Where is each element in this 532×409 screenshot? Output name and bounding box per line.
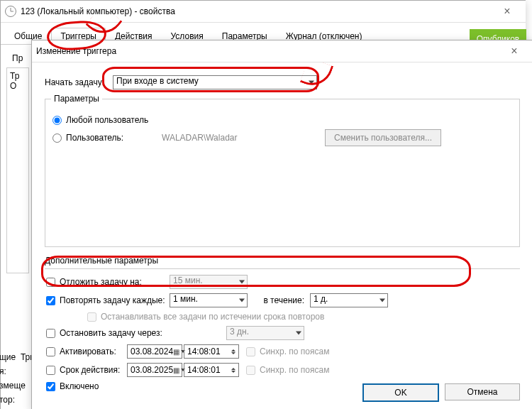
begin-task-label: Начать задачу: — [45, 77, 113, 87]
repeat-stop-check — [87, 312, 96, 322]
begin-task-value: При входе в систему — [116, 76, 199, 86]
calendar-icon: ▦ — [173, 366, 179, 374]
enabled-checkbox[interactable]: Включено — [45, 381, 99, 391]
close-icon[interactable]: × — [493, 1, 521, 22]
activate-sync: Синхр. по поясам — [245, 347, 329, 356]
spinner-icon — [231, 368, 235, 373]
expire-sync: Синхр. по поясам — [245, 365, 329, 375]
dialog-title: Изменение триггера — [36, 40, 116, 62]
chevron-down-icon — [296, 332, 301, 335]
stop-after-combo: 3 дн. — [226, 326, 304, 340]
repeat-for-combo[interactable]: 1 д. — [310, 293, 388, 307]
dialog-titlebar: Изменение триггера × — [32, 40, 532, 62]
parameters-fieldset: Параметры Любой пользователь Пользовател… — [45, 94, 520, 247]
ok-button[interactable]: OK — [362, 383, 439, 402]
advanced-header: Дополнительные параметры — [45, 256, 520, 269]
begin-task-combo[interactable]: При входе в систему — [113, 75, 317, 89]
activate-checkbox[interactable]: Активировать: — [45, 347, 127, 356]
stop-after-checkbox[interactable]: Остановить задачу через: — [45, 328, 226, 338]
repeat-check[interactable] — [46, 296, 55, 305]
parent-title: 123 (Локальный компьютер) - свойства — [21, 1, 175, 22]
repeat-every-combo[interactable]: 1 мин. — [170, 293, 248, 307]
stop-after-check[interactable] — [46, 329, 55, 338]
enabled-check[interactable] — [46, 382, 55, 391]
parameters-legend: Параметры — [51, 94, 102, 104]
expire-check[interactable] — [46, 366, 55, 375]
delay-check[interactable] — [46, 278, 55, 287]
user-value: WALADAR\Waladar — [162, 133, 325, 143]
radio-specific-user[interactable]: Пользователь: — [51, 133, 162, 143]
repeat-for-label: в течение: — [248, 295, 310, 305]
chevron-down-icon — [239, 299, 245, 302]
edit-trigger-dialog: Изменение триггера × Начать задачу: При … — [31, 40, 532, 409]
cancel-button[interactable]: Отмена — [445, 383, 520, 400]
activate-check[interactable] — [46, 347, 55, 356]
radio-any-user-input[interactable] — [52, 116, 62, 125]
expire-checkbox[interactable]: Срок действия: — [45, 365, 127, 375]
change-user-button: Сменить пользователя... — [325, 129, 441, 146]
delay-combo: 15 мин. — [170, 275, 248, 289]
repeat-checkbox[interactable]: Повторять задачу каждые: — [45, 295, 170, 305]
repeat-stop-checkbox: Останавливать все задачи по истечении ср… — [86, 312, 324, 322]
delay-checkbox[interactable]: Отложить задачу на: — [45, 277, 170, 287]
dialog-footer: OK Отмена — [362, 383, 520, 402]
radio-any-user[interactable]: Любой пользователь — [51, 115, 148, 125]
chevron-down-icon — [239, 280, 245, 284]
activate-date[interactable]: 03.08.2024▦ — [127, 344, 182, 359]
spinner-icon — [231, 349, 235, 354]
activate-time[interactable]: 14:08:01 — [184, 344, 239, 359]
calendar-icon: ▦ — [173, 348, 179, 356]
triggers-list-frame: ТрО — [6, 67, 29, 273]
radio-user-input[interactable] — [52, 133, 62, 143]
chevron-down-icon — [309, 81, 314, 84]
close-icon[interactable]: × — [500, 40, 528, 62]
expire-time[interactable]: 14:08:01 — [184, 363, 239, 377]
task-icon — [5, 6, 16, 17]
expire-date[interactable]: 03.08.2025▦ — [127, 363, 182, 377]
parent-titlebar: 123 (Локальный компьютер) - свойства × — [1, 1, 526, 23]
chevron-down-icon — [379, 299, 385, 302]
